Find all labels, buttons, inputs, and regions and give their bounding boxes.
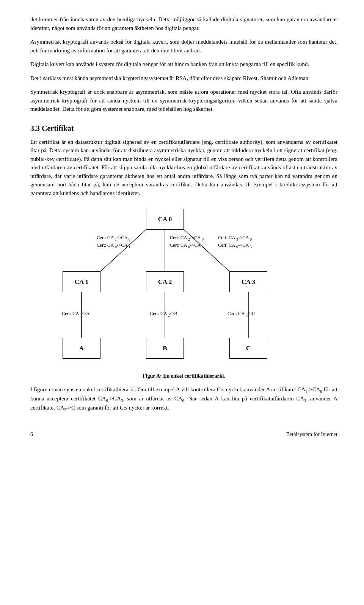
- c-box: C: [229, 338, 267, 359]
- paragraph-1: det kommer från innehavaren av den hemli…: [30, 15, 337, 32]
- paragraph-5: Symmetrisk kryptografi är dock snabbare …: [30, 88, 337, 113]
- paragraph-4: Det i särklass mest kända asymmetriska k…: [30, 74, 337, 83]
- page-content: det kommer från innehavaren av den hemli…: [30, 15, 337, 413]
- ca1-box: CA 1: [63, 271, 100, 292]
- cert-label-ca2-ca0: Cert: CA 2->CA 0 Cert: CA 0->CA 2: [170, 235, 204, 249]
- paragraph-3: Digitala kuvert kan används i system för…: [30, 60, 337, 69]
- section-intro: Ett certifikat är en datastruktur digita…: [30, 138, 337, 198]
- page-number: 6: [30, 430, 33, 438]
- cert-label-ca1-ca0: Cert: CA 1->CA 0 Cert: CA 0->CA 1: [97, 235, 130, 249]
- ca3-box: CA 3: [229, 271, 267, 292]
- cert-label-ca2-b: Cert: CA 2->B: [150, 310, 177, 318]
- paragraph-2: Asymmetrisk kryptografi används också fö…: [30, 38, 337, 55]
- cert-label-ca1-a: Cert: CA 1->A: [62, 310, 89, 318]
- section-title: 3.3 Certifikat: [30, 123, 337, 134]
- ca0-box: CA 0: [146, 209, 184, 230]
- a-box: A: [63, 338, 100, 359]
- b-box: B: [146, 338, 184, 359]
- document-title: Betalsystem för Internet: [286, 430, 337, 438]
- ca2-box: CA 2: [146, 271, 184, 292]
- cert-label-ca3-c: Cert: CA 3->C: [228, 310, 255, 318]
- page-footer: 6 Betalsystem för Internet: [30, 428, 337, 438]
- paragraph-post-diagram-1: I figuren ovan syns en enkel certifikath…: [30, 385, 337, 413]
- figure-caption: Figur A: En enkel certifikathierarki.: [30, 372, 337, 380]
- cert-label-ca3-ca0: Cert: CA 3->CA 0 Cert: CA 0->CA 3: [218, 235, 252, 249]
- certificate-hierarchy-diagram: CA 0 Cert: CA 1->CA 0 Cert: CA 0->CA 1 C…: [55, 209, 313, 368]
